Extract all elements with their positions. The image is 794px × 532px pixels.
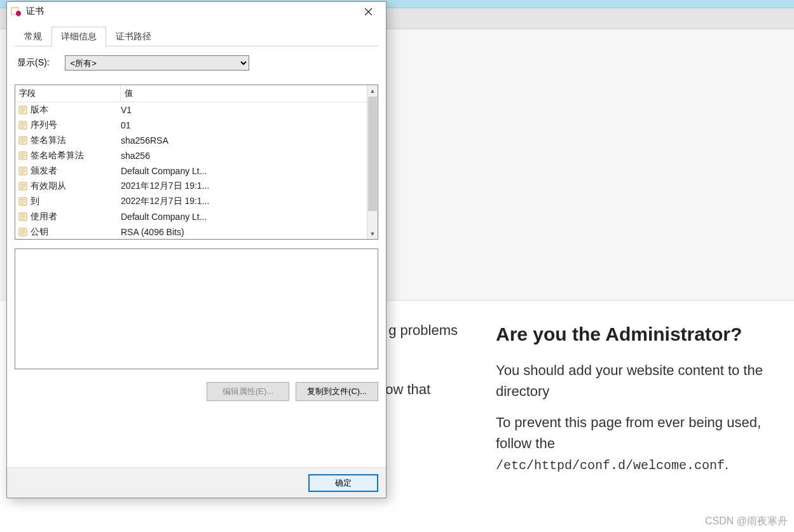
field-icon [18, 120, 28, 130]
close-button[interactable] [354, 3, 382, 20]
admin-heading: Are you the Administrator? [496, 320, 769, 348]
scroll-up-icon[interactable]: ▲ [367, 85, 378, 96]
field-icon [18, 212, 28, 222]
row-field: 版本 [31, 104, 121, 116]
field-icon [18, 196, 28, 207]
dialog-footer: 确定 [7, 467, 386, 498]
right-column: Are you the Administrator? You should ad… [496, 320, 769, 486]
certificate-icon [11, 6, 21, 17]
list-scrollbar[interactable]: ▲ ▼ [367, 85, 378, 239]
list-row[interactable]: 有效期从2021年12月7日 19:1... [15, 179, 367, 194]
scroll-thumb[interactable] [368, 97, 377, 211]
row-value: 01 [121, 120, 131, 130]
field-icon [18, 227, 28, 237]
edit-properties-button: 编辑属性(E)... [207, 382, 289, 401]
action-buttons: 编辑属性(E)... 复制到文件(C)... [15, 382, 378, 401]
row-value: sha256 [121, 151, 150, 161]
list-row[interactable]: 颁发者Default Company Lt... [15, 163, 367, 179]
row-value: 2021年12月7日 19:1... [121, 181, 209, 192]
row-field: 到 [31, 196, 121, 207]
field-listbox: 字段 值 版本V1序列号01签名算法sha256RSA签名哈希算法sha256颁… [15, 85, 378, 240]
row-value: Default Company Lt... [121, 212, 207, 222]
field-icon [18, 181, 28, 191]
scroll-down-icon[interactable]: ▼ [367, 228, 378, 239]
list-row[interactable]: 使用者Default Company Lt... [15, 209, 367, 224]
row-field: 签名算法 [31, 135, 121, 146]
row-field: 颁发者 [31, 165, 121, 177]
tab-details[interactable]: 详细信息 [51, 27, 106, 46]
show-select[interactable]: <所有> [65, 55, 249, 71]
list-header: 字段 值 [15, 85, 367, 102]
field-icon [18, 151, 28, 161]
column-value[interactable]: 值 [121, 85, 367, 102]
watermark: CSDN @雨夜寒舟 [705, 515, 788, 528]
list-row[interactable]: 签名算法sha256RSA [15, 133, 367, 148]
tab-strip: 常规 详细信息 证书路径 [15, 26, 378, 46]
list-row[interactable]: 序列号01 [15, 118, 367, 133]
ok-button[interactable]: 确定 [308, 474, 378, 492]
row-field: 公钥 [31, 226, 121, 238]
detail-textbox[interactable] [15, 249, 378, 369]
field-icon [18, 166, 28, 176]
list-row[interactable]: 公钥RSA (4096 Bits) [15, 224, 367, 239]
titlebar: 证书 [7, 2, 386, 21]
column-field[interactable]: 字段 [15, 85, 121, 102]
row-field: 使用者 [31, 211, 121, 222]
copy-to-file-button[interactable]: 复制到文件(C)... [296, 382, 378, 401]
dialog-body: 常规 详细信息 证书路径 显示(S): <所有> 字段 值 版本V1序列号01签… [7, 21, 386, 467]
row-value: sha256RSA [121, 135, 168, 146]
tab-certpath[interactable]: 证书路径 [106, 27, 161, 46]
row-field: 序列号 [31, 119, 121, 131]
list-row[interactable]: 到2022年12月7日 19:1... [15, 194, 367, 209]
row-value: Default Company Lt... [121, 166, 207, 176]
dialog-title: 证书 [26, 6, 354, 17]
svg-point-1 [17, 11, 21, 16]
show-label: 显示(S): [17, 57, 50, 69]
list-row[interactable]: 版本V1 [15, 102, 367, 118]
certificate-dialog: 证书 常规 详细信息 证书路径 显示(S): <所有> 字段 值 版本V1序列号… [6, 1, 387, 498]
row-value: V1 [121, 105, 132, 115]
field-icon [18, 105, 28, 115]
row-value: 2022年12月7日 19:1... [121, 196, 209, 207]
field-icon [18, 135, 28, 146]
show-filter-row: 显示(S): <所有> [17, 55, 378, 71]
list-row[interactable]: 签名哈希算法sha256 [15, 148, 367, 163]
row-field: 有效期从 [31, 181, 121, 192]
row-field: 签名哈希算法 [31, 150, 121, 161]
row-value: RSA (4096 Bits) [121, 227, 184, 237]
tab-general[interactable]: 常规 [15, 27, 51, 46]
